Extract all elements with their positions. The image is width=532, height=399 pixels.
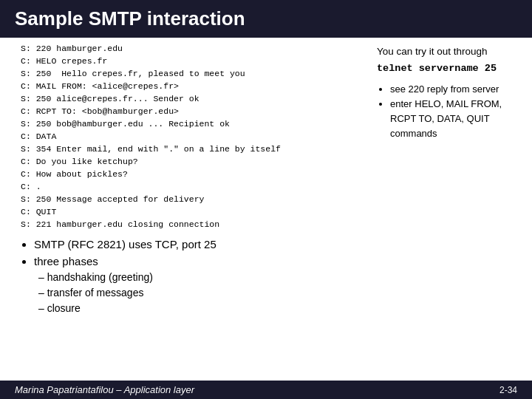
sub-bullet-item: closure bbox=[38, 301, 362, 316]
footer-page: 2-34 bbox=[499, 385, 517, 395]
main-bullet-list: SMTP (RFC 2821) uses TCP, port 25three p… bbox=[21, 236, 362, 270]
telnet-command: telnet servername 25 bbox=[377, 62, 523, 76]
bullets: SMTP (RFC 2821) uses TCP, port 25three p… bbox=[21, 236, 362, 316]
sub-bullet-item: handshaking (greeting) bbox=[38, 270, 362, 285]
content-area: S: 220 hamburger.eduC: HELO crepes.frS: … bbox=[0, 38, 532, 381]
main-bullet-item: three phases bbox=[34, 253, 362, 270]
log-line: C: RCPT TO: <bob@hamburger.edu> bbox=[21, 105, 362, 117]
footer: Marina Papatriantafilou – Application la… bbox=[0, 381, 532, 399]
footer-author: Marina Papatriantafilou – Application la… bbox=[15, 384, 194, 395]
log-line: C: HELO crepes.fr bbox=[21, 55, 362, 67]
log-line: C: DATA bbox=[21, 130, 362, 143]
log-line: S: 354 Enter mail, end with "." on a lin… bbox=[21, 143, 362, 155]
log-line: S: 250 alice@crepes.fr... Sender ok bbox=[21, 92, 362, 105]
right-list: see 220 reply from serverenter HELO, MAI… bbox=[377, 82, 523, 142]
log-line: S: 250 Message accepted for delivery bbox=[21, 193, 362, 205]
log-line: S: 250 Hello crepes.fr, pleased to meet … bbox=[21, 67, 362, 80]
right-list-item: enter HELO, MAIL FROM, RCPT TO, DATA, QU… bbox=[390, 97, 523, 141]
right-list-item: see 220 reply from server bbox=[390, 82, 523, 97]
slide-title: Sample SMTP interaction bbox=[15, 7, 517, 30]
sub-bullet-item: transfer of messages bbox=[38, 285, 362, 301]
log-line: S: 250 bob@hamburger.edu ... Recipient o… bbox=[21, 117, 362, 130]
smtp-log: S: 220 hamburger.eduC: HELO crepes.frS: … bbox=[21, 42, 362, 231]
title-bar: Sample SMTP interaction bbox=[0, 0, 532, 38]
right-intro: You can try it out through bbox=[377, 45, 523, 59]
log-line: C: How about pickles? bbox=[21, 168, 362, 180]
log-line: C: Do you like ketchup? bbox=[21, 155, 362, 168]
sub-bullet-list: handshaking (greeting)transfer of messag… bbox=[21, 270, 362, 316]
log-line: C: QUIT bbox=[21, 205, 362, 218]
slide: Sample SMTP interaction S: 220 hamburger… bbox=[0, 0, 532, 399]
log-line: C: MAIL FROM: <alice@crepes.fr> bbox=[21, 80, 362, 92]
right-panel: You can try it out through telnet server… bbox=[369, 38, 532, 381]
log-line: S: 221 hamburger.edu closing connection bbox=[21, 218, 362, 231]
left-panel: S: 220 hamburger.eduC: HELO crepes.frS: … bbox=[0, 38, 369, 381]
log-line: C: . bbox=[21, 180, 362, 193]
main-bullet-item: SMTP (RFC 2821) uses TCP, port 25 bbox=[34, 236, 362, 253]
log-line: S: 220 hamburger.edu bbox=[21, 42, 362, 55]
